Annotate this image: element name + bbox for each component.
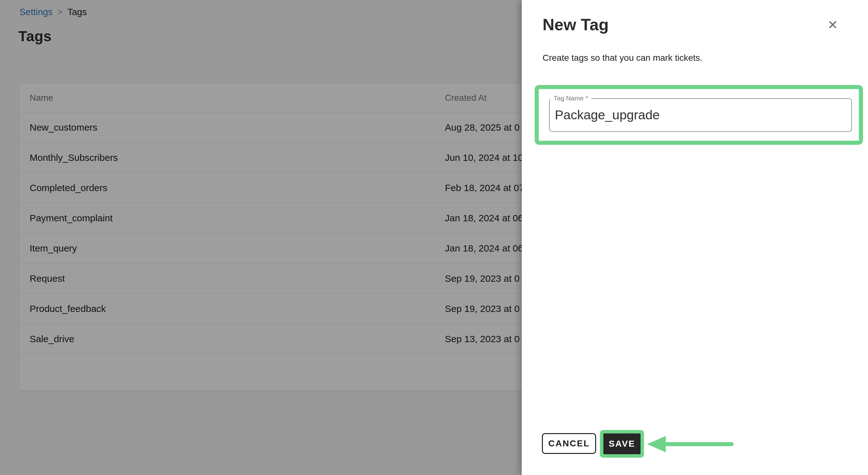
close-icon[interactable]: ✕ — [824, 16, 842, 34]
modal-title: New Tag — [542, 15, 609, 34]
annotation-highlight-save-box: SAVE — [600, 430, 644, 458]
cancel-button[interactable]: CANCEL — [542, 433, 596, 454]
tag-name-label: Tag Name * — [550, 94, 591, 102]
tag-name-input[interactable] — [549, 98, 852, 132]
tag-name-field: Tag Name * — [549, 98, 852, 132]
modal-description: Create tags so that you can mark tickets… — [542, 53, 702, 63]
save-button[interactable]: SAVE — [603, 434, 641, 454]
annotation-highlight-input-box: Tag Name * — [535, 85, 863, 145]
new-tag-modal: New Tag ✕ Create tags so that you can ma… — [522, 0, 868, 475]
annotation-arrow-icon — [642, 433, 736, 455]
